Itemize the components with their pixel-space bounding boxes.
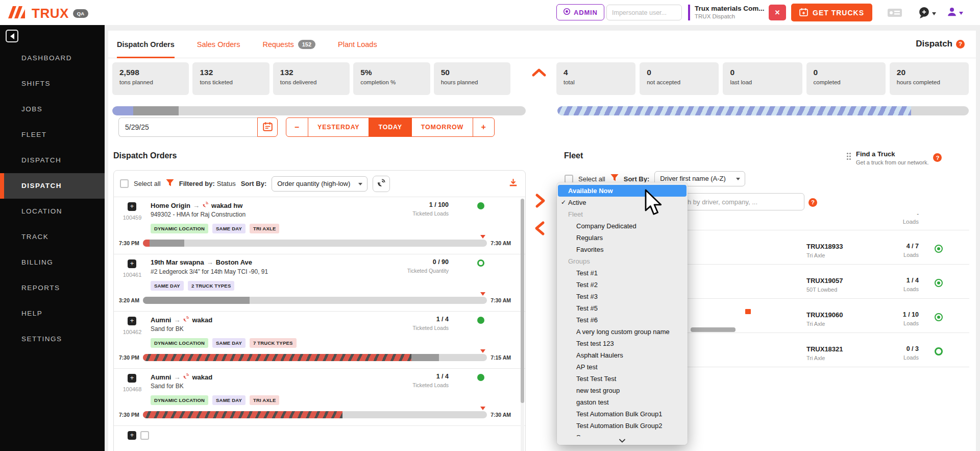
order-tags: DYNAMIC LOCATIONSAME DAYTRI AXLE	[151, 224, 279, 233]
dropdown-item-test-5[interactable]: Test #5	[557, 302, 688, 314]
company-subtitle: TRUX Dispatch	[695, 13, 765, 19]
sidebar-item-dispatch-active[interactable]: DISPATCH	[0, 173, 105, 199]
expand-order-icon[interactable]: +	[128, 202, 136, 211]
sidebar-item-dashboard[interactable]: DASHBOARD	[0, 45, 105, 71]
tab-label: Dispatch Orders	[117, 40, 175, 49]
unassign-left-button[interactable]	[533, 221, 546, 238]
chat-bubble-plus-icon	[918, 6, 930, 21]
dropdown-item-active[interactable]: Active	[557, 197, 688, 208]
dropdown-item-company-dedicated[interactable]: Company Dedicated	[557, 220, 688, 232]
orders-scrollbar[interactable]	[521, 199, 524, 451]
date-input[interactable]	[118, 117, 257, 137]
dropdown-scroll-down[interactable]	[557, 436, 688, 445]
tab-sales-orders[interactable]: Sales Orders	[197, 31, 240, 58]
calendar-picker-button[interactable]	[257, 117, 278, 137]
sidebar-item-track[interactable]: TRACK	[0, 224, 105, 250]
orders-scrollbar-thumb[interactable]	[521, 199, 524, 403]
previous-day-button[interactable]: –	[286, 118, 308, 136]
dispatch-order-row[interactable]: +10046119th Mar swapna→Boston Ave#2 Ledg…	[114, 254, 525, 312]
sidebar-item-billing[interactable]: BILLING	[0, 250, 105, 275]
dropdown-item-new-test-group[interactable]: new test group	[557, 385, 688, 396]
flag-icon	[745, 309, 751, 314]
dispatch-order-row-partial[interactable]: +	[114, 426, 525, 451]
dropdown-item-test-automation-bulk-group2[interactable]: Test Automation Bulk Group2	[557, 420, 688, 432]
select-all-checkbox[interactable]	[120, 179, 129, 188]
dispatch-order-row[interactable]: +100468Aumni→wakadSand for BKDYNAMIC LOC…	[114, 369, 525, 426]
sidebar-item-dispatch[interactable]: DISPATCH	[0, 148, 105, 173]
order-tags: DYNAMIC LOCATIONSAME DAY7 TRUCK TYPES	[151, 338, 297, 348]
sidebar-item-reports[interactable]: REPORTS	[0, 275, 105, 301]
impersonate-user-input[interactable]	[606, 5, 682, 20]
collapse-sidebar-button[interactable]	[6, 30, 18, 42]
tab-plant-loads[interactable]: Plant Loads	[338, 31, 377, 58]
sidebar-item-help[interactable]: HELP	[0, 301, 105, 326]
auto-dispatch-button[interactable]	[373, 176, 390, 192]
order-timeline-segments	[143, 354, 487, 361]
tab-label: Sales Orders	[197, 40, 240, 49]
collapse-stats-icon[interactable]	[531, 67, 547, 80]
help-icon[interactable]: ?	[956, 40, 965, 49]
dropdown-item-test-automation-bulk-group1[interactable]: Test Automation Bulk Group1	[557, 408, 688, 420]
dropdown-item-asphalt-haulers[interactable]: Asphalt Haulers	[557, 349, 688, 361]
stat-total: 4total	[556, 62, 635, 95]
orders-sort-select[interactable]: Order quantity (high-low)	[272, 176, 368, 192]
fleet-select-all-checkbox[interactable]	[565, 175, 573, 183]
order-checkbox[interactable]	[140, 431, 149, 440]
main-content: Dispatch OrdersSales OrdersRequests152Pl…	[108, 31, 976, 451]
yesterday-button[interactable]: YESTERDAY	[308, 118, 369, 136]
dropdown-item-test-test-test[interactable]: Test Test Test	[557, 373, 688, 385]
ticketed-count: 1 / 4	[436, 316, 449, 323]
stat-label: last load	[730, 79, 795, 85]
dispatch-order-row[interactable]: +100459Home Origin→wakad hw949302 - HMA …	[114, 197, 525, 254]
next-day-button[interactable]: +	[473, 118, 494, 136]
sidebar-item-shifts[interactable]: SHIFTS	[0, 71, 105, 97]
dropdown-item-fleet: Fleet	[557, 208, 688, 220]
help-icon[interactable]: ?	[808, 197, 817, 207]
select-all-label: Select all	[134, 180, 161, 187]
drag-handle-icon	[846, 152, 851, 165]
dropdown-item-test-6[interactable]: Test #6	[557, 314, 688, 326]
expand-order-icon[interactable]: +	[128, 431, 136, 440]
dropdown-item-available-now[interactable]: Available Now	[558, 185, 687, 197]
dropdown-item-test-test-123[interactable]: Test test 123	[557, 338, 688, 349]
sidebar-item-location[interactable]: LOCATION	[0, 199, 105, 224]
help-icon[interactable]: ?	[933, 153, 942, 162]
expand-order-icon[interactable]: +	[128, 374, 136, 383]
dispatch-order-row[interactable]: +100462Aumni→wakadSand for BKDYNAMIC LOC…	[114, 312, 525, 369]
dropdown-item-regulars[interactable]: Regulars	[557, 232, 688, 244]
order-id: 100462	[118, 329, 146, 335]
dropdown-item-a-very-long-custom-group-name[interactable]: A very long custom group name	[557, 326, 688, 338]
sidebar-item-fleet[interactable]: FLEET	[0, 122, 105, 148]
requests-count-badge: 152	[298, 40, 315, 49]
sidebar-item-jobs[interactable]: JOBS	[0, 97, 105, 122]
expand-order-icon[interactable]: +	[128, 317, 136, 325]
tab-dispatch-orders[interactable]: Dispatch Orders	[117, 31, 175, 58]
order-title: Aumni→wakad	[151, 373, 212, 381]
today-button[interactable]: TODAY	[369, 118, 411, 136]
sidebar-item-settings[interactable]: SETTINGS	[0, 326, 105, 352]
tab-requests[interactable]: Requests152	[262, 31, 315, 58]
dropdown-item-favorites[interactable]: Favorites	[557, 244, 688, 255]
dropdown-item-test-3[interactable]: Test #3	[557, 291, 688, 302]
assign-right-button[interactable]	[534, 193, 547, 210]
order-timeline-segments	[143, 240, 487, 247]
order-id: 100459	[118, 215, 146, 221]
expand-order-icon[interactable]: +	[128, 259, 136, 268]
tag-same-day: SAME DAY	[212, 338, 246, 348]
tomorrow-button[interactable]: TOMORROW	[411, 118, 473, 136]
user-account-menu[interactable]	[946, 7, 963, 19]
support-chat-menu[interactable]	[918, 6, 936, 21]
dropdown-item-test-1[interactable]: Test #1	[557, 267, 688, 279]
download-orders-button[interactable]	[508, 178, 518, 189]
get-trucks-button[interactable]: GET TRUCKS	[791, 4, 872, 21]
admin-button[interactable]: ADMIN	[556, 4, 604, 20]
find-a-truck[interactable]: Find a Truck Get a truck from our networ…	[846, 150, 942, 165]
timeline-segment-red	[143, 240, 150, 247]
filter-funnel-icon[interactable]	[166, 179, 174, 188]
dropdown-item-ap-test[interactable]: AP test	[557, 361, 688, 373]
order-id: 100468	[118, 386, 146, 392]
stat-label: completed	[814, 79, 878, 85]
clear-company-button[interactable]: ✕	[769, 5, 786, 20]
dropdown-item-test-2[interactable]: Test #2	[557, 279, 688, 291]
dropdown-item-gaston-test[interactable]: gaston test	[557, 396, 688, 408]
